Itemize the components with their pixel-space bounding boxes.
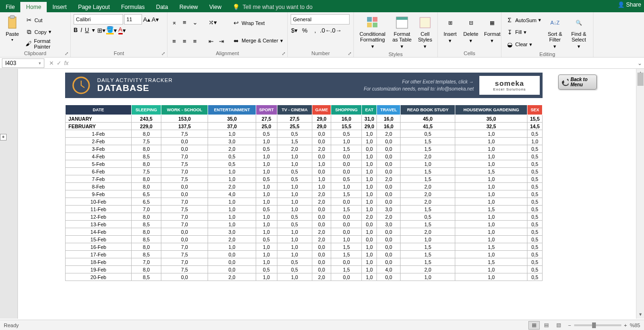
table-row[interactable]: 14-Feb8,00,03,01,01,02,00,01,00,02,01,00…	[66, 228, 543, 236]
cell[interactable]: 1,0	[362, 175, 377, 183]
cell[interactable]: 0,0	[208, 258, 256, 266]
cell[interactable]: 0,5	[527, 243, 543, 251]
cell[interactable]: 1,0	[455, 228, 527, 236]
page-layout-view-icon[interactable]: ▤	[541, 321, 552, 330]
summary-row[interactable]: FEBRUARY229,0137,537,025,025,529,015,529…	[66, 123, 543, 130]
cell[interactable]: 18-Feb	[66, 258, 132, 266]
cell[interactable]: 8,0	[132, 175, 161, 183]
cell[interactable]: 1,0	[256, 190, 277, 198]
cell[interactable]: 1,0	[208, 221, 256, 228]
tab-insert[interactable]: Insert	[47, 2, 72, 12]
cut-button[interactable]: ✂Cut	[24, 16, 67, 25]
cell[interactable]: 8,5	[132, 153, 161, 160]
cell[interactable]: 1,5	[401, 145, 455, 153]
cell[interactable]: 2,0	[208, 183, 256, 190]
cell[interactable]: 8,0	[132, 130, 161, 138]
cell[interactable]: 2,0	[208, 273, 256, 281]
cell[interactable]: 1,0	[277, 228, 312, 236]
cell[interactable]: 10-Feb	[66, 198, 132, 206]
cell[interactable]: 2,0	[312, 190, 331, 198]
cell[interactable]: 1,0	[362, 273, 377, 281]
cell[interactable]: FEBRUARY	[66, 123, 132, 130]
cell[interactable]: 0,0	[362, 221, 377, 228]
cell[interactable]: 1,0	[362, 243, 377, 251]
tab-review[interactable]: Review	[174, 2, 203, 12]
cell[interactable]: 0,5	[401, 130, 455, 138]
cell[interactable]: 0,0	[377, 228, 401, 236]
cell[interactable]: 0,0	[377, 198, 401, 206]
cell[interactable]: 2,0	[208, 236, 256, 243]
cell[interactable]: 3-Feb	[66, 145, 132, 153]
outline-expand-button[interactable]: +	[0, 134, 7, 140]
table-row[interactable]: 12-Feb8,07,01,01,00,50,00,02,02,00,51,00…	[66, 213, 543, 221]
cell[interactable]: 7,5	[132, 168, 161, 175]
cell[interactable]: 1,0	[208, 168, 256, 175]
scroll-thumb[interactable]	[637, 73, 644, 86]
cell[interactable]: 0,5	[527, 145, 543, 153]
cell[interactable]: 1,0	[455, 236, 527, 243]
sort-filter-button[interactable]: A↓ZSort & Filter▾	[544, 14, 565, 50]
cell[interactable]: 1,0	[208, 175, 256, 183]
align-right-icon[interactable]: ≡	[191, 38, 199, 45]
cell[interactable]: 0,0	[161, 228, 208, 236]
cell[interactable]: 0,5	[401, 213, 455, 221]
page-break-view-icon[interactable]: ▧	[553, 321, 564, 330]
cell[interactable]: 0,0	[312, 130, 331, 138]
cell[interactable]: 1,0	[455, 273, 527, 281]
cell[interactable]: 1,0	[455, 198, 527, 206]
cell[interactable]: 6,5	[132, 198, 161, 206]
table-row[interactable]: 10-Feb6,57,01,01,01,02,00,01,00,02,01,00…	[66, 198, 543, 206]
cell[interactable]: 0,5	[527, 228, 543, 236]
tab-file[interactable]: File	[0, 2, 20, 12]
decrease-decimal-icon[interactable]: .0→	[332, 26, 340, 34]
cell[interactable]: 0,5	[527, 221, 543, 228]
cell[interactable]: 7,0	[132, 206, 161, 213]
cell[interactable]: 0,5	[527, 175, 543, 183]
cell[interactable]: 6,5	[132, 190, 161, 198]
comma-icon[interactable]: ,	[311, 26, 319, 34]
cell[interactable]: 0,0	[312, 168, 331, 175]
cell[interactable]: 25,5	[277, 123, 312, 130]
cell[interactable]: 8,0	[132, 160, 161, 168]
find-select-button[interactable]: 🔍Find & Select▾	[567, 14, 590, 50]
col-header[interactable]: HOUSEWORK GARDENING	[455, 105, 527, 115]
expand-formula-bar-icon[interactable]: ⌄	[636, 60, 644, 66]
cell[interactable]: 1,0	[256, 221, 277, 228]
cell[interactable]: 0,5	[527, 251, 543, 258]
cell[interactable]: 8,5	[132, 221, 161, 228]
align-left-icon[interactable]: ≡	[170, 38, 178, 45]
cell[interactable]: 1,0	[455, 153, 527, 160]
table-row[interactable]: 15-Feb8,50,02,00,51,02,01,00,00,01,01,00…	[66, 236, 543, 243]
format-cells-button[interactable]: ▦Format▾	[482, 14, 502, 50]
cell[interactable]: 0,5	[256, 206, 277, 213]
paste-button[interactable]: Paste▾	[3, 14, 22, 50]
cell[interactable]: 0,5	[527, 160, 543, 168]
cell[interactable]: 0,0	[377, 251, 401, 258]
cell[interactable]: 1,5	[331, 145, 362, 153]
table-row[interactable]: 20-Feb8,50,02,01,01,02,00,01,00,01,01,00…	[66, 273, 543, 281]
cell[interactable]: 1,0	[208, 243, 256, 251]
cell[interactable]: 0,5	[277, 168, 312, 175]
cell[interactable]: 1-Feb	[66, 130, 132, 138]
cell[interactable]: 15,5	[331, 123, 362, 130]
table-row[interactable]: 4-Feb8,57,00,51,01,00,00,01,00,02,01,00,…	[66, 153, 543, 160]
fx-icon[interactable]: fx	[64, 60, 68, 66]
conditional-formatting-button[interactable]: Conditional Formatting▾	[357, 14, 388, 50]
cell[interactable]: 1,0	[455, 221, 527, 228]
table-row[interactable]: 11-Feb7,07,51,00,51,00,01,51,03,01,51,50…	[66, 206, 543, 213]
col-header[interactable]: SPORT	[256, 105, 277, 115]
cell[interactable]: 1,0	[277, 251, 312, 258]
cell[interactable]: 1,0	[256, 153, 277, 160]
cell[interactable]: 16-Feb	[66, 243, 132, 251]
cell[interactable]: 0,0	[161, 190, 208, 198]
cell[interactable]: 0,0	[377, 273, 401, 281]
cell[interactable]: 1,0	[362, 206, 377, 213]
cell[interactable]: 1,0	[455, 213, 527, 221]
tab-view[interactable]: View	[204, 2, 227, 12]
cell[interactable]: 0,0	[377, 138, 401, 145]
cell[interactable]: 2,0	[312, 228, 331, 236]
cell[interactable]: 1,0	[362, 168, 377, 175]
increase-decimal-icon[interactable]: .0←	[322, 26, 329, 34]
cell[interactable]: 0,0	[161, 145, 208, 153]
cell[interactable]: 0,0	[312, 213, 331, 221]
